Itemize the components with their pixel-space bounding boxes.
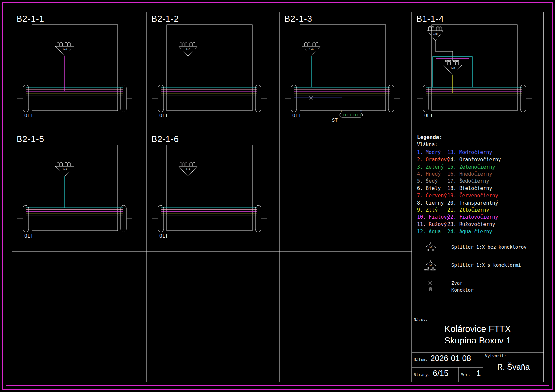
svg-text:1x8: 1x8 (450, 67, 455, 70)
panel-title: B2-1-2 (151, 14, 179, 24)
legend-item-fiber-2: 2. Oranžový (417, 156, 447, 164)
svg-text:1x8: 1x8 (186, 168, 190, 171)
legend-item-fiber-20: 20. Transparentný (447, 200, 501, 207)
legend-item-fiber-7: 7. Červený (417, 192, 447, 200)
panel-title: B2-1-6 (151, 134, 179, 144)
olt-label: OLT (159, 233, 168, 239)
legend-item-fiber-6: 6. Biely (417, 185, 447, 192)
legend-item-fiber-15: 15. Zelenočierny (447, 164, 501, 171)
drawing-title-line2: Skupina Boxov 1 (412, 336, 544, 346)
date-value: 2026-01-08 (430, 354, 471, 363)
legend-item-fiber-9: 9. Žltý (417, 207, 447, 214)
legend-item-fiber-3: 3. Zelený (417, 164, 447, 171)
svg-text:1x8: 1x8 (62, 48, 67, 51)
svg-text:12: 12 (360, 110, 363, 112)
svg-text:1x8: 1x8 (309, 48, 314, 51)
legend-item-fiber-22: 22. Fialovočierny (447, 214, 501, 221)
panel-title: B2-1-1 (17, 14, 44, 24)
legend-item-fiber-4: 4. Hnedý (417, 171, 447, 178)
legend-splice-label: Zvar (451, 280, 462, 286)
svg-text:1: 1 (341, 110, 342, 112)
legend-item-fiber-5: 5. Šedý (417, 178, 447, 185)
panel-title: B2-1-3 (284, 14, 312, 24)
olt-label: OLT (159, 113, 168, 119)
fiber-color-legend: 1. Modrý2. Oranžový3. Zelený4. Hnedý5. Š… (417, 149, 501, 236)
pages-label: Strany: (414, 372, 430, 377)
legend-item-fiber-24: 24. Aqua-čierny (447, 228, 501, 236)
version-field: Ver: 1 (461, 369, 481, 378)
legend-item-fiber-10: 10. Fialový (417, 214, 447, 221)
date-label: Dátum: (414, 357, 428, 362)
olt-label: OLT (24, 233, 33, 239)
legend-item-fiber-18: 18. Bieločierny (447, 185, 501, 192)
legend-item-fiber-12: 12. Aqua (417, 228, 447, 236)
pages-field: Strany: 6/15 (414, 369, 448, 378)
legend-splitter-with-connectors-label: Splitter 1:X s konektormi (451, 262, 521, 268)
olt-label: OLT (292, 113, 301, 119)
legend-item-fiber-14: 14. Oranžovočierny (447, 156, 501, 164)
version-label: Ver: (461, 372, 470, 377)
date-field: Dátum: 2026-01-08 (414, 354, 471, 363)
st-splice-tray-label: ST (332, 117, 338, 123)
svg-text:1x8: 1x8 (62, 168, 67, 171)
nazov-label: Názov: (414, 317, 428, 322)
legend-item-fiber-19: 19. Červenočierny (447, 192, 501, 200)
legend-item-fiber-11: 11. Ružový (417, 221, 447, 228)
version-value: 1 (476, 369, 481, 378)
legend-item-fiber-8: 8. Čierny (417, 200, 447, 207)
author-label: Vytvoril: (485, 354, 506, 358)
legend-item-fiber-13: 13. Modročierny (447, 149, 501, 156)
legend-item-fiber-1: 1. Modrý (417, 149, 447, 156)
svg-text:1x8: 1x8 (428, 246, 432, 249)
legend-item-fiber-17: 17. Šedočierny (447, 178, 501, 185)
legend-item-fiber-21: 21. Žltočierny (447, 207, 501, 214)
panel-title: B1-1-4 (416, 14, 444, 24)
svg-text:1x8: 1x8 (186, 48, 190, 51)
olt-label: OLT (24, 113, 33, 119)
author-value: R. Švaňa (483, 362, 544, 372)
legend-splitter-no-connectors-label: Splitter 1:X bez konektorov (451, 245, 527, 250)
olt-label: OLT (424, 113, 433, 119)
legend-item-fiber-16: 16. Hnedočierny (447, 171, 501, 178)
panel-title: B2-1-5 (17, 134, 44, 144)
pages-value: 6/15 (433, 369, 449, 378)
legend-connector-label: Konektor (451, 287, 473, 293)
svg-text:1x8: 1x8 (433, 32, 438, 35)
legend-title: Legenda: (417, 134, 442, 140)
drawing-sheet: { "sheet": { "background": "#000000", "b… (0, 0, 555, 392)
svg-text:1x8: 1x8 (428, 264, 432, 267)
legend-item-fiber-23: 23. Ružovočierny (447, 221, 501, 228)
drawing-title-line1: Kolárovice FTTX (412, 324, 544, 334)
legend-subtitle: Vlákna: (417, 142, 438, 147)
